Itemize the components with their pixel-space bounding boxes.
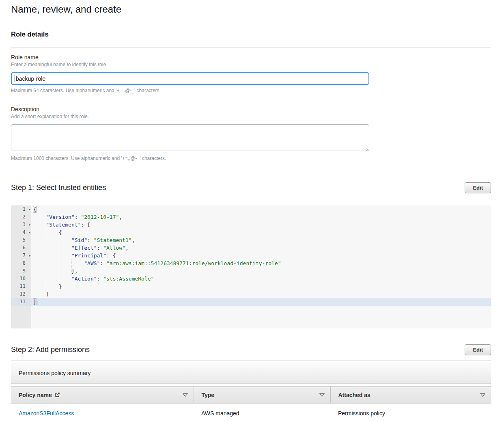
code-line: "Statement": [ — [33, 221, 491, 229]
text-cursor — [37, 299, 38, 305]
step2-header: Step 2: Add permissions Edit — [11, 344, 491, 355]
table-cell: AWS managed — [194, 404, 330, 421]
code-line: { — [33, 229, 491, 236]
sort-icon[interactable] — [183, 393, 188, 397]
role-name-field: Role name Enter a meaningful name to ide… — [11, 54, 491, 93]
sort-icon[interactable] — [319, 393, 325, 397]
permissions-table: Policy nameTypeAttached as AmazonS3FullA… — [11, 386, 491, 421]
column-header-type[interactable]: Type — [194, 386, 330, 404]
code-line: } — [33, 283, 491, 290]
description-label: Description — [11, 106, 491, 112]
edit-permissions-button[interactable]: Edit — [465, 344, 491, 355]
table-cell: Permissions policy — [330, 404, 491, 421]
step1-heading: Step 1: Select trusted entities — [11, 184, 106, 192]
gutter-line-number: 6 — [11, 244, 31, 252]
policy-editor[interactable]: 1▾23▾4▾567▾8910111213 { "Version": "2012… — [11, 205, 491, 328]
code-line: }, — [33, 267, 491, 275]
gutter-line-number: 11 — [11, 283, 31, 290]
column-header-label: Type — [202, 392, 215, 398]
code-line: ] — [33, 290, 491, 298]
gutter-line-number: 8 — [11, 259, 31, 267]
description-help: Add a short explanation for this role. — [11, 114, 491, 119]
gutter-line-number: 9 — [11, 267, 31, 275]
code-line: "Action": "sts:AssumeRole" — [33, 275, 491, 283]
sort-icon[interactable] — [480, 393, 485, 397]
table-header-row: Policy nameTypeAttached as — [11, 386, 491, 404]
editor-gutter: 1▾23▾4▾567▾8910111213 — [11, 205, 31, 328]
edit-trusted-entities-button[interactable]: Edit — [465, 182, 491, 193]
text-caret — [15, 75, 15, 82]
code-line: "Version": "2012-10-17", — [33, 213, 491, 221]
table-row: AmazonS3FullAccessAWS managedPermissions… — [11, 404, 491, 421]
table-body: AmazonS3FullAccessAWS managedPermissions… — [11, 404, 491, 421]
fold-arrow-icon[interactable]: ▾ — [28, 229, 31, 236]
step1-header: Step 1: Select trusted entities Edit — [11, 182, 491, 193]
column-header-policy-name[interactable]: Policy name — [11, 386, 194, 404]
role-name-input[interactable] — [11, 72, 369, 85]
description-constraint: Maximum 1000 characters. Use alphanumeri… — [11, 155, 491, 161]
editor-code: { "Version": "2012-10-17", "Statement": … — [31, 205, 491, 328]
code-line: } — [31, 298, 491, 306]
page-title: Name, review, and create — [11, 4, 491, 15]
policy-name-cell: AmazonS3FullAccess — [11, 404, 194, 421]
gutter-line-number: 4▾ — [11, 229, 31, 236]
gutter-line-number: 12 — [11, 290, 31, 298]
policy-name-link[interactable]: AmazonS3FullAccess — [19, 410, 74, 417]
permissions-panel: Permissions policy summary Policy nameTy… — [11, 363, 491, 421]
code-line: "Principal": { — [33, 252, 491, 259]
role-name-label: Role name — [11, 54, 491, 60]
gutter-line-number: 7▾ — [11, 252, 31, 259]
gutter-line-number: 5 — [11, 236, 31, 244]
gutter-line-number: 10 — [11, 275, 31, 283]
code-line: "AWS": "arn:aws:iam::541263489771:role/w… — [33, 259, 491, 267]
column-header-label: Policy name — [19, 392, 52, 398]
role-name-constraint: Maximum 64 characters. Use alphanumeric … — [11, 88, 491, 93]
page-container: Name, review, and create Role details Ro… — [11, 4, 491, 421]
gutter-line-number: 2 — [11, 213, 31, 221]
gutter-line-number: 1▾ — [11, 205, 31, 213]
role-details-heading: Role details — [11, 30, 491, 38]
fold-arrow-icon[interactable]: ▾ — [28, 252, 31, 259]
column-header-label: Attached as — [338, 392, 370, 398]
gutter-line-number: 3▾ — [11, 221, 31, 229]
role-name-help: Enter a meaningful name to identify this… — [11, 62, 491, 67]
divider — [11, 47, 491, 47]
fold-arrow-icon[interactable]: ▾ — [28, 221, 31, 229]
description-input[interactable] — [11, 124, 369, 151]
step2-heading: Step 2: Add permissions — [11, 345, 90, 354]
panel-title: Permissions policy summary — [11, 363, 491, 384]
fold-arrow-icon[interactable]: ▾ — [28, 205, 31, 213]
gutter-line-number: 13 — [11, 298, 31, 306]
code-line: "Sid": "Statement1", — [33, 236, 491, 244]
external-link-icon — [55, 392, 60, 397]
code-line: "Effect": "Allow", — [33, 244, 491, 252]
divider — [11, 360, 491, 361]
code-line: { — [33, 205, 491, 213]
column-header-attached-as[interactable]: Attached as — [330, 386, 491, 404]
description-field: Description Add a short explanation for … — [11, 106, 491, 161]
